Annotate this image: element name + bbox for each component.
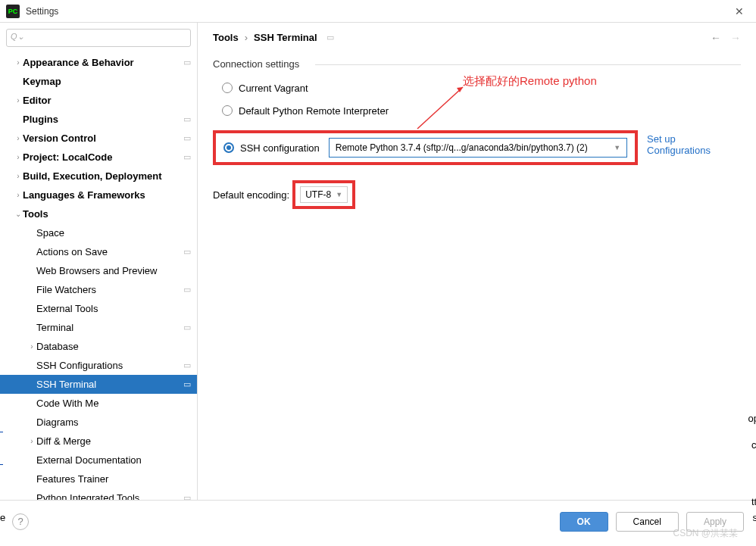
tree-item[interactable]: File Watchers▭ bbox=[0, 280, 197, 299]
caret-icon: › bbox=[27, 342, 36, 351]
caret-icon: › bbox=[14, 191, 23, 199]
breadcrumb-root[interactable]: Tools bbox=[213, 32, 239, 43]
encoding-combo[interactable]: UTF-8 ▼ bbox=[300, 186, 348, 203]
default-encoding-label: Default encoding: bbox=[213, 189, 289, 201]
bg-text bbox=[0, 453, 3, 465]
tree-item-label: External Documentation bbox=[36, 454, 142, 466]
tree-item[interactable]: ›Project: LocalCode▭ bbox=[0, 148, 197, 167]
tree-item[interactable]: ›Version Control▭ bbox=[0, 129, 197, 148]
tree-item[interactable]: ›Build, Execution, Deployment bbox=[0, 167, 197, 186]
tree-item-label: External Tools bbox=[36, 303, 98, 314]
tree-item[interactable]: ⌄Tools bbox=[0, 204, 197, 223]
project-scope-icon: ▭ bbox=[183, 152, 191, 162]
tree-item-label: Keymap bbox=[23, 76, 61, 87]
caret-icon: › bbox=[14, 58, 23, 67]
tree-item-label: Diagrams bbox=[36, 417, 79, 428]
project-scope-icon: ▭ bbox=[183, 379, 191, 389]
tree-item[interactable]: Features Trainer bbox=[0, 470, 197, 488]
project-scope-icon: ▭ bbox=[183, 323, 191, 332]
ok-button[interactable]: OK bbox=[560, 512, 608, 532]
bg-text: tti bbox=[751, 496, 756, 507]
window-title: Settings bbox=[26, 6, 729, 17]
tree-item-label: Database bbox=[36, 341, 79, 352]
tree-item-label: Build, Execution, Deployment bbox=[23, 170, 161, 182]
tree-item-label: Space bbox=[36, 227, 64, 239]
tree-item-label: Plugins bbox=[23, 114, 58, 125]
radio-icon bbox=[223, 142, 234, 153]
tree-item-label: SSH Terminal bbox=[36, 379, 96, 390]
tree-item[interactable]: Terminal▭ bbox=[0, 318, 197, 337]
nav-forward-icon: → bbox=[730, 32, 741, 44]
titlebar: PC Settings ✕ bbox=[0, 0, 756, 23]
chevron-down-icon: ▼ bbox=[614, 144, 620, 151]
tree-item[interactable]: SSH Terminal▭ bbox=[0, 375, 197, 394]
breadcrumb-leaf: SSH Terminal bbox=[254, 32, 317, 43]
tree-item[interactable]: External Documentation bbox=[0, 451, 197, 470]
project-scope-icon: ▭ bbox=[183, 114, 191, 124]
caret-icon: › bbox=[14, 153, 23, 161]
tree-item-label: Diff & Merge bbox=[36, 435, 91, 447]
nav-back-icon[interactable]: ← bbox=[711, 32, 721, 44]
search-input[interactable] bbox=[6, 29, 191, 47]
chevron-right-icon: › bbox=[245, 32, 248, 43]
bg-text: ct bbox=[751, 439, 756, 451]
ssh-config-combo[interactable]: Remote Python 3.7.4 (sftp://q...g/anacon… bbox=[329, 138, 627, 158]
nav-arrows: ← → bbox=[711, 32, 741, 44]
caret-icon: › bbox=[27, 437, 36, 445]
tree-item[interactable]: ›Editor bbox=[0, 91, 197, 110]
breadcrumb: Tools › SSH Terminal ▭ bbox=[213, 32, 741, 43]
tree-item[interactable]: Web Browsers and Preview bbox=[0, 261, 197, 280]
fieldset-connection-settings: Connection settings bbox=[213, 58, 741, 70]
sidebar: ›Appearance & Behavior▭Keymap›EditorPlug… bbox=[0, 23, 198, 500]
project-scope-icon: ▭ bbox=[183, 247, 191, 257]
tree-item-label: Project: LocalCode bbox=[23, 151, 112, 163]
tree-item-label: Web Browsers and Preview bbox=[36, 265, 157, 276]
tree-item[interactable]: SSH Configurations▭ bbox=[0, 356, 197, 375]
project-scope-icon: ▭ bbox=[183, 58, 191, 67]
setup-configurations-link[interactable]: Set up Configurations bbox=[647, 133, 741, 156]
bg-text: s bbox=[753, 512, 757, 523]
annotation-text: 选择配好的Remote python bbox=[463, 74, 597, 89]
tree-item[interactable]: Actions on Save▭ bbox=[0, 242, 197, 261]
tree-item-label: Appearance & Behavior bbox=[23, 57, 134, 68]
tree-item[interactable]: ›Appearance & Behavior▭ bbox=[0, 53, 197, 72]
tree-item[interactable]: Space bbox=[0, 223, 197, 242]
content-panel: Tools › SSH Terminal ▭ ← → Connection se… bbox=[198, 23, 756, 500]
tree-item[interactable]: ›Languages & Frameworks bbox=[0, 186, 197, 204]
tree-item[interactable]: Python Integrated Tools▭ bbox=[0, 488, 197, 500]
radio-default-remote-interpreter[interactable]: Default Python Remote Interpreter bbox=[222, 101, 741, 120]
caret-icon: › bbox=[14, 96, 23, 105]
tree-item[interactable]: Diagrams bbox=[0, 413, 197, 432]
tree-item[interactable]: External Tools bbox=[0, 299, 197, 318]
svg-line-0 bbox=[417, 87, 463, 129]
project-scope-icon: ▭ bbox=[326, 33, 334, 42]
close-icon[interactable]: ✕ bbox=[729, 2, 750, 20]
tree-item[interactable]: Code With Me bbox=[0, 394, 197, 413]
project-scope-icon: ▭ bbox=[183, 360, 191, 370]
cancel-button[interactable]: Cancel bbox=[616, 512, 679, 532]
radio-icon bbox=[222, 105, 233, 116]
chevron-down-icon: ▼ bbox=[336, 191, 342, 198]
tree-item[interactable]: Plugins▭ bbox=[0, 110, 197, 129]
tree-item[interactable]: Keymap bbox=[0, 72, 197, 91]
bg-text bbox=[0, 420, 3, 432]
tree-item-label: Tools bbox=[23, 208, 48, 220]
tree-item-label: Features Trainer bbox=[36, 473, 108, 485]
tree-item-label: Python Integrated Tools bbox=[36, 492, 139, 500]
dialog-footer: ? OK Cancel Apply bbox=[0, 500, 756, 542]
project-scope-icon: ▭ bbox=[183, 493, 191, 500]
tree-item[interactable]: ›Diff & Merge bbox=[0, 432, 197, 451]
tree-item-label: Version Control bbox=[23, 133, 96, 144]
watermark: CSDN @洪某某 bbox=[673, 527, 738, 540]
tree-item-label: Actions on Save bbox=[36, 246, 108, 257]
tree-item[interactable]: ›Database bbox=[0, 337, 197, 356]
caret-icon: › bbox=[14, 134, 23, 142]
caret-icon: ⌄ bbox=[14, 210, 23, 218]
settings-tree: ›Appearance & Behavior▭Keymap›EditorPlug… bbox=[0, 53, 197, 500]
annotation-arrow bbox=[410, 83, 470, 136]
tree-item-label: Code With Me bbox=[36, 398, 98, 409]
help-icon[interactable]: ? bbox=[12, 513, 29, 530]
project-scope-icon: ▭ bbox=[183, 285, 191, 295]
tree-item-label: File Watchers bbox=[36, 284, 96, 295]
radio-ssh-configuration[interactable]: SSH configuration bbox=[223, 139, 320, 157]
